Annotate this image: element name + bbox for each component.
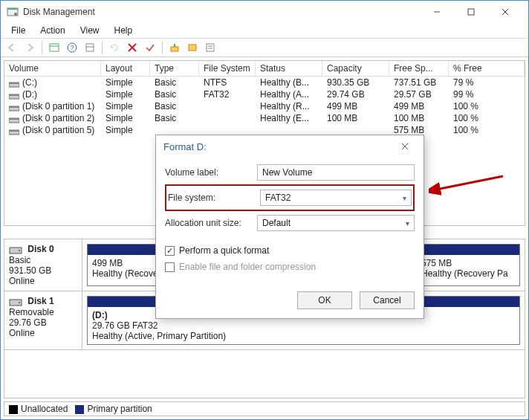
filesystem-dropdown[interactable]: FAT32 ▾	[260, 190, 412, 206]
modal-overlay: Format D: Volume label: New Volume File …	[1, 1, 528, 419]
compression-label: Enable file and folder compression	[179, 262, 316, 272]
dialog-titlebar: Format D:	[156, 135, 423, 158]
ok-button[interactable]: OK	[297, 291, 352, 309]
dialog-buttons: OK Cancel	[156, 284, 423, 318]
annotation-arrow	[429, 172, 510, 201]
checkbox-icon	[165, 262, 175, 272]
filesystem-row: File system: FAT32 ▾	[168, 187, 412, 208]
volume-label-input[interactable]: New Volume	[257, 164, 415, 181]
dialog-title: Format D:	[163, 141, 207, 152]
allocation-dropdown[interactable]: Default ▾	[257, 215, 415, 231]
filesystem-lbl: File system:	[168, 193, 254, 203]
quick-format-checkbox[interactable]: Perform a quick format	[165, 242, 415, 259]
filesystem-highlight: File system: FAT32 ▾	[165, 184, 415, 211]
checkbox-icon	[165, 246, 175, 256]
volume-label-lbl: Volume label:	[165, 167, 251, 178]
cancel-button[interactable]: Cancel	[360, 291, 415, 309]
chevron-down-icon: ▾	[406, 219, 409, 227]
svg-line-37	[436, 176, 503, 190]
format-dialog: Format D: Volume label: New Volume File …	[155, 135, 424, 319]
quick-format-label: Perform a quick format	[179, 245, 269, 256]
allocation-lbl: Allocation unit size:	[165, 218, 251, 228]
dialog-close-button[interactable]	[394, 135, 416, 158]
compression-checkbox: Enable file and folder compression	[165, 259, 415, 275]
allocation-row: Allocation unit size: Default ▾	[165, 213, 415, 233]
chevron-down-icon: ▾	[403, 194, 406, 202]
volume-label-row: Volume label: New Volume	[165, 162, 415, 183]
